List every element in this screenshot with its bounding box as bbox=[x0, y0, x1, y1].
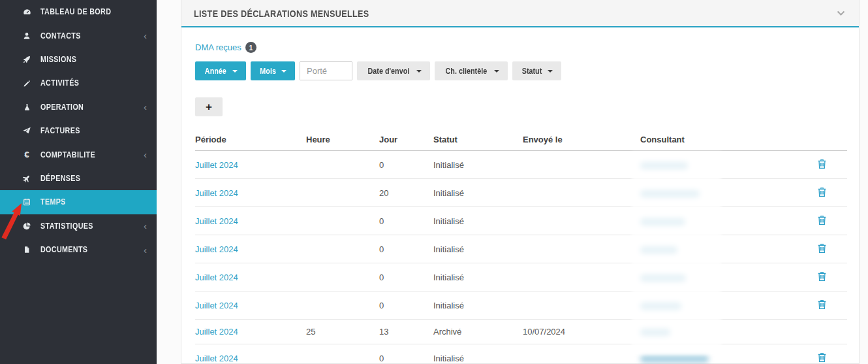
periode-cell: Juillet 2024 bbox=[195, 207, 306, 235]
trash-icon bbox=[817, 246, 827, 256]
delete-button[interactable] bbox=[817, 242, 827, 254]
dma-row: DMA reçues 1 bbox=[195, 42, 845, 53]
date-envoi-filter-button[interactable]: Date d'envoi bbox=[357, 61, 430, 80]
periode-link[interactable]: Juillet 2024 bbox=[195, 244, 238, 254]
consultant-link-redacted[interactable] bbox=[640, 303, 681, 310]
main-area: LISTE DES DÉCLARATIONS MENSUELLES DMA re… bbox=[157, 0, 868, 364]
consultant-link-redacted[interactable] bbox=[640, 329, 670, 336]
envoye-le-cell bbox=[523, 151, 640, 179]
sidebar-item-label: STATISTIQUES bbox=[40, 222, 93, 231]
column-header: Envoyé le bbox=[523, 131, 640, 151]
delete-button[interactable] bbox=[817, 158, 827, 169]
actions-cell bbox=[797, 291, 847, 320]
filter-label: Année bbox=[205, 67, 226, 76]
periode-link[interactable]: Juillet 2024 bbox=[195, 354, 238, 363]
table-header-row: PériodeHeureJourStatutEnvoyé leConsultan… bbox=[195, 131, 847, 151]
panel-collapse-button[interactable] bbox=[835, 9, 846, 17]
chevron-left-icon: ‹ bbox=[144, 221, 147, 231]
periode-cell: Juillet 2024 bbox=[195, 151, 306, 179]
sidebar-item-temps[interactable]: TEMPS bbox=[0, 190, 157, 214]
sidebar-item-contacts[interactable]: CONTACTS‹ bbox=[0, 24, 157, 47]
heure-cell bbox=[306, 179, 379, 207]
consultant-link-redacted[interactable] bbox=[640, 356, 709, 363]
sidebar-item-label: OPERATION bbox=[40, 103, 84, 112]
table-row: Juillet 20242513Archivé10/07/2024 bbox=[195, 320, 847, 344]
annee-filter-button[interactable]: Année bbox=[195, 61, 246, 80]
sidebar-item-factures[interactable]: FACTURES bbox=[0, 119, 157, 142]
chevron-left-icon: ‹ bbox=[144, 102, 147, 112]
consultant-link-redacted[interactable] bbox=[640, 274, 686, 282]
chevron-left-icon: ‹ bbox=[144, 31, 147, 41]
table-row: Juillet 20240Initialisé bbox=[195, 291, 847, 320]
sidebar-item-label: MISSIONS bbox=[40, 55, 76, 64]
dma-recues-link[interactable]: DMA reçues bbox=[195, 42, 241, 52]
sidebar-item-tableau-de-bord[interactable]: TABLEAU DE BORD bbox=[0, 0, 157, 24]
statut-cell: Initialisé bbox=[433, 291, 523, 320]
periode-cell: Juillet 2024 bbox=[195, 235, 306, 263]
periode-link[interactable]: Juillet 2024 bbox=[195, 216, 238, 226]
delete-button[interactable] bbox=[817, 186, 827, 197]
sidebar-item-missions[interactable]: MISSIONS bbox=[0, 48, 157, 71]
sidebar-item-operation[interactable]: OPERATION‹ bbox=[0, 95, 157, 119]
jour-cell: 0 bbox=[379, 344, 433, 364]
periode-link[interactable]: Juillet 2024 bbox=[195, 273, 238, 282]
mois-filter-button[interactable]: Mois bbox=[251, 61, 295, 80]
consultant-link-redacted[interactable] bbox=[640, 190, 700, 197]
ch-clientele-filter-button[interactable]: Ch. clientèle bbox=[435, 61, 508, 80]
statut-cell: Initialisé bbox=[433, 235, 523, 263]
sidebar-item-label: DÉPENSES bbox=[40, 174, 80, 183]
statut-cell: Initialisé bbox=[433, 263, 523, 291]
consultant-cell bbox=[640, 179, 797, 207]
consultant-link-redacted[interactable] bbox=[640, 246, 677, 254]
statut-filter-button[interactable]: Statut bbox=[512, 61, 561, 80]
sidebar-item-comptabilite[interactable]: €COMPTABILITE‹ bbox=[0, 142, 157, 166]
column-header: Heure bbox=[306, 131, 379, 151]
add-declaration-button[interactable]: + bbox=[195, 97, 223, 116]
column-header: Période bbox=[195, 131, 306, 151]
table-row: Juillet 20240Initialisé bbox=[195, 344, 847, 364]
table-row: Juillet 202420Initialisé bbox=[195, 179, 847, 207]
delete-button[interactable] bbox=[817, 214, 827, 225]
heure-cell bbox=[306, 291, 379, 320]
delete-button[interactable] bbox=[817, 352, 827, 363]
declarations-panel: LISTE DES DÉCLARATIONS MENSUELLES DMA re… bbox=[181, 0, 860, 364]
actions-cell bbox=[797, 207, 847, 235]
table-row: Juillet 20240Initialisé bbox=[195, 235, 847, 263]
sidebar-item-label: ACTIVITÉS bbox=[40, 78, 79, 88]
paper-plane-icon bbox=[22, 126, 32, 135]
consultant-cell bbox=[640, 344, 797, 364]
statut-cell: Initialisé bbox=[433, 179, 523, 207]
periode-cell: Juillet 2024 bbox=[195, 263, 306, 291]
chevron-left-icon: ‹ bbox=[144, 150, 147, 159]
delete-button[interactable] bbox=[817, 299, 827, 310]
periode-link[interactable]: Juillet 2024 bbox=[195, 327, 238, 337]
panel-title: LISTE DES DÉCLARATIONS MENSUELLES bbox=[194, 8, 369, 19]
periode-link[interactable]: Juillet 2024 bbox=[195, 160, 238, 170]
heure-cell bbox=[306, 207, 379, 235]
periode-cell: Juillet 2024 bbox=[195, 179, 306, 207]
consultant-link-redacted[interactable] bbox=[640, 162, 688, 169]
porte-input[interactable] bbox=[300, 61, 352, 80]
consultant-link-redacted[interactable] bbox=[640, 218, 685, 225]
sidebar-item-statistiques[interactable]: STATISTIQUES‹ bbox=[0, 214, 157, 238]
pie-chart-icon bbox=[22, 222, 32, 231]
statut-cell: Initialisé bbox=[433, 207, 523, 235]
caret-down-icon bbox=[232, 70, 238, 73]
periode-link[interactable]: Juillet 2024 bbox=[195, 301, 238, 310]
table-row: Juillet 20240Initialisé bbox=[195, 151, 847, 179]
calendar-icon bbox=[22, 197, 32, 207]
sidebar-item-documents[interactable]: DOCUMENTS‹ bbox=[0, 238, 157, 261]
plane-icon bbox=[22, 174, 32, 183]
sidebar-item-label: TEMPS bbox=[40, 197, 66, 207]
heure-cell bbox=[306, 263, 379, 291]
sidebar-item-label: CONTACTS bbox=[40, 31, 81, 41]
actions-cell bbox=[797, 344, 847, 364]
statut-cell: Archivé bbox=[433, 320, 523, 344]
sidebar-item-activites[interactable]: ACTIVITÉS bbox=[0, 71, 157, 95]
consultant-cell bbox=[640, 291, 797, 320]
filter-label: Date d'envoi bbox=[368, 67, 410, 76]
delete-button[interactable] bbox=[817, 271, 827, 282]
sidebar-item-depenses[interactable]: DÉPENSES bbox=[0, 167, 157, 190]
periode-link[interactable]: Juillet 2024 bbox=[195, 188, 238, 198]
filter-label: Ch. clientèle bbox=[445, 67, 487, 76]
